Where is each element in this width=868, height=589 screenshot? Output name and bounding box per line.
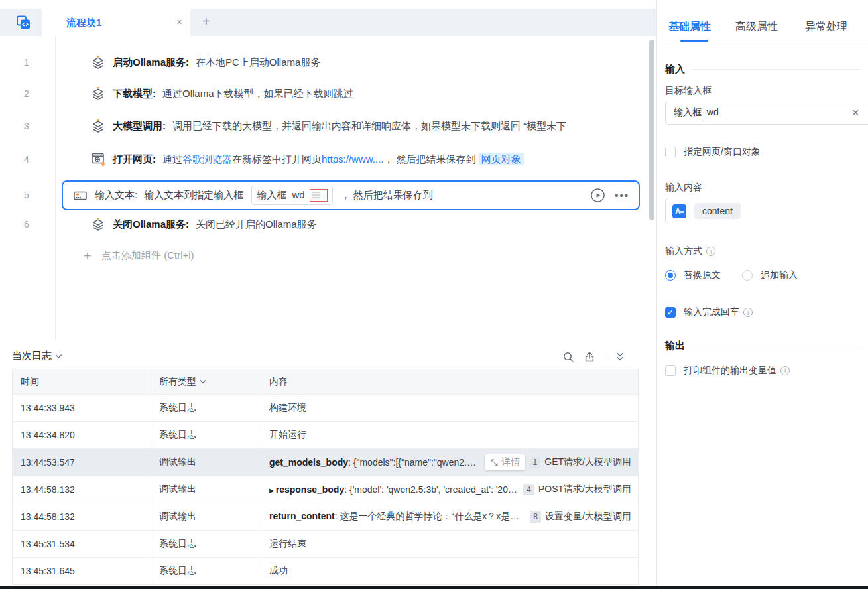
- press-enter-checkbox[interactable]: ✓ 输入完成回车i: [665, 306, 753, 318]
- layers-icon: [90, 216, 106, 232]
- target-input-field[interactable]: 输入框_wd ✕: [665, 101, 868, 125]
- step-desc: 调用已经下载的大模型，并返回输出内容和详细响应体，如果模型未下载则返回 “模型未…: [172, 120, 566, 133]
- log-time: 13:44:58.132: [13, 476, 151, 503]
- log-title-dropdown[interactable]: 当次日志: [12, 350, 62, 362]
- target-input-label: 目标输入框: [665, 85, 712, 97]
- log-text: ▶response_body: {'model': 'qwen2.5:3b', …: [269, 484, 518, 495]
- step-number-badge: 1: [529, 457, 540, 468]
- toolbar-divider: [605, 352, 605, 362]
- tab-title: 流程块1: [66, 17, 101, 29]
- step-title: 启动Ollama服务:: [113, 56, 189, 69]
- tab-exception-handling[interactable]: 异常处理: [805, 20, 847, 34]
- log-text: 运行结束: [269, 538, 631, 550]
- chevron-down-icon: [200, 379, 206, 384]
- target-element-name: 输入框_wd: [257, 189, 305, 202]
- line-number: 6: [7, 214, 46, 234]
- info-icon: i: [780, 366, 790, 375]
- log-row: 13:45:31.645 系统日志 成功: [13, 558, 638, 585]
- column-type-filter[interactable]: 所有类型: [151, 369, 261, 394]
- chevron-down-icon: [55, 354, 62, 359]
- line-number: 4: [7, 149, 46, 169]
- log-source: POST请求/大模型调用: [538, 484, 631, 495]
- line-number: 5: [7, 185, 46, 205]
- log-text: 开始运行: [269, 429, 631, 441]
- radio-append[interactable]: [742, 270, 753, 281]
- output-section-header: 输出: [665, 340, 861, 352]
- input-method-radios: 替换原文 追加输入: [665, 269, 798, 281]
- tab-add-icon[interactable]: +: [202, 14, 210, 29]
- element-thumbnail: [310, 189, 328, 202]
- editor-scrollbar[interactable]: [649, 40, 654, 220]
- tab-flow-block-1[interactable]: 流程块1 ×: [42, 9, 190, 36]
- layers-icon: [90, 118, 106, 134]
- log-source: 设置变量/大模型调用: [545, 511, 631, 523]
- step-number-badge: 8: [530, 511, 541, 523]
- line-number: 3: [7, 116, 46, 136]
- log-type: 系统日志: [151, 531, 261, 557]
- step-llm-call[interactable]: 大模型调用: 调用已经下载的大模型，并返回输出内容和详细响应体，如果模型未下载则…: [90, 116, 566, 136]
- step-close-ollama[interactable]: 关闭Ollama服务: 关闭已经开启的Ollama服务: [90, 214, 317, 234]
- log-text: return_content: 这是一个经典的哲学悖论：“什么是x？x是所有不包…: [269, 511, 525, 523]
- step-download-model[interactable]: 下载模型: 通过Ollama下载模型，如果已经下载则跳过: [90, 84, 353, 103]
- layers-icon: [90, 86, 106, 101]
- print-output-checkbox[interactable]: 打印组件的输出变量值i: [665, 365, 790, 377]
- target-input-value: 输入框_wd: [674, 107, 719, 119]
- checkbox-unchecked[interactable]: [665, 147, 676, 157]
- log-time: 13:45:31.534: [13, 531, 151, 557]
- step-desc: 通过谷歌浏览器在新标签中打开网页https://www....， 然后把结果保存…: [162, 153, 524, 166]
- detail-button[interactable]: 详情: [485, 454, 525, 470]
- target-element-token[interactable]: 输入框_wd: [251, 186, 333, 205]
- tab-basic-properties[interactable]: 基础属性: [668, 20, 711, 34]
- step-number-badge: 4: [523, 484, 534, 495]
- log-text: 成功: [269, 565, 631, 577]
- log-type: 系统日志: [151, 422, 261, 448]
- tab-close-icon[interactable]: ×: [176, 15, 182, 29]
- run-step-icon[interactable]: [590, 188, 605, 203]
- flow-blocks-button[interactable]: [13, 13, 33, 32]
- expander-icon[interactable]: ▶: [269, 487, 275, 494]
- step-start-ollama[interactable]: 启动Ollama服务: 在本地PC上启动Ollama服务: [90, 52, 320, 72]
- log-time: 13:45:31.645: [13, 558, 151, 584]
- log-time: 13:44:53.547: [13, 449, 151, 476]
- specify-window-checkbox[interactable]: 指定网页/窗口对象: [665, 146, 761, 158]
- line-number: 1: [7, 52, 46, 72]
- flow-block-icon: [15, 14, 32, 31]
- input-content-field[interactable]: A≡ content: [665, 198, 868, 224]
- info-icon: i: [743, 308, 753, 317]
- clear-icon[interactable]: ✕: [851, 107, 859, 118]
- checkbox-checked[interactable]: ✓: [665, 307, 676, 318]
- log-row: 13:44:34.820 系统日志 开始运行: [13, 422, 638, 449]
- active-tab-underline: [680, 40, 708, 42]
- more-actions-icon[interactable]: •••: [615, 190, 629, 201]
- log-time: 13:44:58.132: [13, 503, 151, 530]
- app-window: 流程块1 × + 1 2 3 4 5 6 启动Ollama服务: 在本地PC上启…: [0, 0, 868, 589]
- radio-replace-selected[interactable]: [665, 270, 676, 281]
- log-meta: 详情 1 GET请求/大模型调用: [485, 454, 631, 470]
- specify-window-label: 指定网页/窗口对象: [684, 146, 761, 158]
- log-row-debug[interactable]: 13:44:58.132 调试输出 ▶response_body: {'mode…: [13, 476, 638, 503]
- input-section-header: 输入: [665, 63, 861, 76]
- plus-icon: ＋: [81, 247, 93, 264]
- checkbox-unchecked[interactable]: [665, 365, 676, 376]
- add-component-label: 点击添加组件 (Ctrl+i): [101, 249, 194, 262]
- log-row: 13:45:31.534 系统日志 运行结束: [13, 531, 638, 558]
- gutter-divider: [55, 36, 56, 340]
- log-meta: 4 POST请求/大模型调用: [523, 484, 631, 495]
- tab-advanced-properties[interactable]: 高级属性: [735, 20, 778, 34]
- step-title: 输入文本:: [95, 189, 137, 202]
- step-input-text-selected[interactable]: 输入文本: 输入文本到指定输入框 输入框_wd ， 然后把结果保存到 •••: [62, 180, 640, 210]
- collapse-panel-icon[interactable]: [615, 352, 625, 362]
- log-row-debug[interactable]: 13:44:53.547 调试输出 get_models_body: {"mod…: [13, 449, 638, 476]
- properties-tabs: 基础属性 高级属性 异常处理: [657, 0, 868, 44]
- content-variable-chip[interactable]: content: [694, 203, 741, 219]
- step-open-webpage[interactable]: 打开网页: 通过谷歌浏览器在新标签中打开网页https://www....， 然…: [90, 149, 524, 169]
- search-icon[interactable]: [562, 351, 574, 363]
- export-icon[interactable]: [584, 351, 595, 363]
- log-type: 系统日志: [151, 395, 261, 421]
- log-table: 时间 所有类型 内容 13:44:33.943 系统日志 构建环境 13:44:…: [12, 369, 639, 585]
- line-number: 2: [7, 84, 46, 103]
- column-time: 时间: [13, 369, 151, 394]
- log-row-debug[interactable]: 13:44:58.132 调试输出 return_content: 这是一个经典…: [13, 503, 638, 531]
- step-title: 打开网页:: [113, 153, 156, 166]
- add-component-button[interactable]: ＋ 点击添加组件 (Ctrl+i): [81, 245, 194, 265]
